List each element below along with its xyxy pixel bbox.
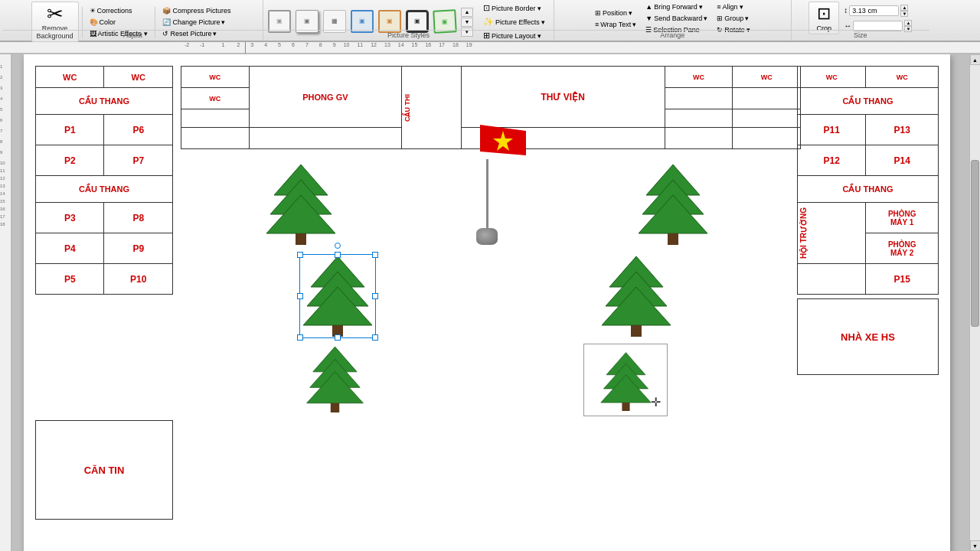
border-icon: ⊡ [483,3,490,13]
styles-scroll-up[interactable]: ▲ [461,8,473,17]
ruler-mark: 18 [452,42,459,47]
picture-border-button[interactable]: ⊡ Picture Border ▾ [479,2,549,15]
vruler-mark: 13 [0,184,11,188]
vruler-mark: 5 [0,107,11,112]
wrap-icon: ≡ [595,21,599,28]
bring-forward-button[interactable]: ▲ Bring Forward ▾ [642,2,711,12]
ruler-mark: 13 [384,42,390,47]
cell-p9: P9 [104,233,173,264]
ruler-mark: 8 [319,42,322,47]
svg-rect-17 [631,325,642,337]
ribbon-size-section: ⊡ Crop ↕ ▲ ▼ ↔ [792,0,929,41]
ruler-mark: 6 [292,42,295,47]
cell-cau-thang-r2: CẦU THANG [798,176,939,203]
effects-label: Picture Effects [495,18,540,26]
svg-rect-25 [622,403,629,411]
svg-rect-21 [331,403,339,412]
width-up[interactable]: ▲ [904,20,912,26]
picture-style-3[interactable]: ▦ [323,10,346,33]
vruler-mark: 8 [0,139,11,144]
ribbon-picture-styles-section: ▣ ▣ ▦ ▣ ▣ ▣ ▣ ▲ ▼ [263,0,554,41]
cell-phong-gv: PHONG GV [249,67,401,128]
cell-p1: P1 [36,115,104,145]
picture-effects-button[interactable]: ✨ Picture Effects ▾ [479,15,549,28]
cell-phong-may-1: PHÒNGMÁY 1 [866,203,939,233]
cell-p7: P7 [104,145,173,176]
effects-icon: ✨ [483,17,494,27]
ruler-mark: 10 [344,42,350,47]
ribbon-arrange-section: ⊞ Position ▾ ≡ Wrap Text ▾ ▲ Bring Forwa… [554,0,792,41]
change-picture-button[interactable]: 🔄 Change Picture ▾ [158,17,234,28]
vruler-mark: 3 [0,86,11,90]
cell-p5: P5 [36,264,104,295]
cell-p10: P10 [104,264,173,295]
arrange-label: Arrange [554,30,791,39]
picture-style-1[interactable]: ▣ [268,10,291,33]
height-input[interactable] [849,5,899,16]
vruler-mark: 16 [0,207,11,211]
svg-rect-13 [332,325,343,337]
height-down[interactable]: ▼ [900,11,908,17]
compress-label: Compress Pictures [172,7,230,15]
ruler-mark: 3 [250,42,253,47]
border-arrow: ▾ [537,5,541,12]
change-dropdown-icon: ▾ [221,18,225,26]
cell-phong-may-2: PHÒNGMÁY 2 [866,233,939,264]
color-label: Color [100,18,116,26]
cell-wc-r2: WC [866,67,939,88]
vruler-mark: 12 [0,176,11,181]
nha-xe-hs-block: NHÀ XE HS [797,298,939,375]
vruler-mark: 14 [0,191,11,196]
color-icon: 🎨 [90,18,98,26]
scrollbar-down-button[interactable]: ▼ [970,540,981,551]
cell-empty-6 [181,128,250,149]
ruler-mark: 2 [237,42,240,47]
corrections-button[interactable]: ☀ Corrections [86,5,152,16]
picture-style-6[interactable]: ▣ [406,10,429,33]
wrap-text-button[interactable]: ≡ Wrap Text ▾ [591,19,640,30]
height-up[interactable]: ▲ [900,5,908,11]
vruler-mark: 4 [0,96,11,101]
center-block: WC PHONG GV CẦU THI THƯ VIỆN WC WC WC [173,66,793,416]
border-label: Picture Border [492,5,536,12]
vruler-mark: 1 [0,64,11,69]
align-button[interactable]: ≡ Align ▾ [713,2,754,12]
cell-empty-3 [181,109,250,128]
cell-wc-2: WC [104,67,173,88]
size-label: Size [792,30,929,39]
vruler-mark: 9 [0,150,11,155]
cell-p8: P8 [104,203,173,233]
cell-empty-5 [733,109,801,128]
adjust-label: Adjust [3,30,263,39]
picture-style-5[interactable]: ▣ [378,10,401,33]
position-button[interactable]: ⊞ Position ▾ [591,8,640,18]
corrections-label: Corrections [97,7,132,15]
nha-xe-hs-label: NHÀ XE HS [841,331,895,343]
tree-svg-right-2 [602,253,671,337]
ruler-mark: 17 [439,42,445,47]
scrollbar-thumb[interactable] [971,160,979,326]
align-icon: ≡ [717,3,720,11]
wrap-label: Wrap Text [600,21,631,28]
compress-pictures-button[interactable]: 📦 Compress Pictures [158,5,234,16]
cell-empty-r [798,264,866,295]
bring-label: Bring Forward [654,3,697,11]
horizontal-ruler: -2 -1 1 2 3 4 5 6 7 8 9 10 11 12 13 14 1… [0,42,980,54]
position-icon: ⊞ [595,9,601,17]
tree-in-box: ✛ [583,344,668,416]
scrollbar-up-button[interactable]: ▲ [970,54,981,65]
ruler-mark: 15 [412,42,418,47]
effects-arrow: ▾ [541,18,545,26]
picture-style-4[interactable]: ▣ [351,10,374,33]
picture-style-2[interactable]: ▣ [296,10,318,33]
send-backward-button[interactable]: ▼ Send Backward ▾ [642,13,711,24]
vruler-mark: 2 [0,75,11,80]
color-button[interactable]: 🎨 Color [86,17,152,28]
cell-empty-10 [733,128,801,149]
group-button[interactable]: ⊞ Group ▾ [713,13,754,24]
canvas-area[interactable]: WC WC CẦU THANG P1 P6 P2 P7 [12,54,969,551]
left-floor-block: WC WC CẦU THANG P1 P6 P2 P7 [35,66,173,416]
align-label: Align [723,3,738,11]
styles-scroll-down[interactable]: ▼ [461,18,473,27]
cell-p3: P3 [36,203,104,233]
